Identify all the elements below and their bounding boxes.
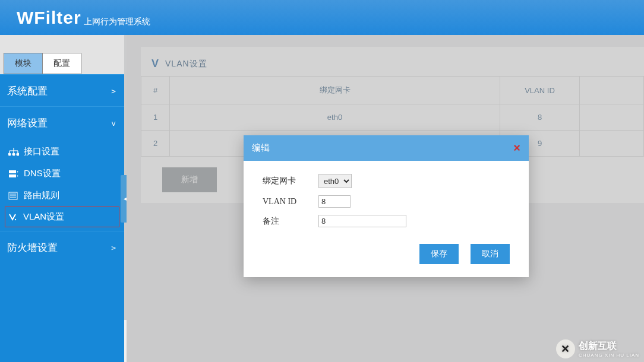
svg-point-16 xyxy=(15,218,16,220)
label-vlan-id: VLAN ID xyxy=(263,197,318,207)
sidebar-tabs: 模块 配置 xyxy=(0,35,124,74)
close-icon[interactable]: × xyxy=(513,141,520,155)
remark-input[interactable] xyxy=(318,215,406,227)
modal-title: 编辑 xyxy=(252,142,270,154)
nav-item-label: VLAN设置 xyxy=(23,211,64,223)
interface-icon xyxy=(8,148,19,156)
nav-item-interface[interactable]: 接口设置 xyxy=(0,141,124,163)
nav-items-network: 接口设置 DNS设置 路由规则 xyxy=(0,138,124,231)
chevron-right-icon: > xyxy=(111,87,116,96)
nav-item-route[interactable]: 路由规则 xyxy=(0,185,124,207)
brand-mark-icon: ✕ xyxy=(556,339,575,358)
app-header: WFilter 上网行为管理系统 xyxy=(0,0,644,35)
dns-icon xyxy=(8,170,19,178)
logo-subtitle: 上网行为管理系统 xyxy=(84,17,150,27)
save-button[interactable]: 保存 xyxy=(419,244,459,264)
label-bind-nic: 绑定网卡 xyxy=(263,176,318,186)
nav-section-label: 网络设置 xyxy=(7,116,48,130)
logo-text: WFilter xyxy=(17,8,81,28)
cancel-button[interactable]: 取消 xyxy=(471,244,510,264)
label-remark: 备注 xyxy=(263,216,318,227)
svg-point-5 xyxy=(8,153,11,155)
edit-modal: 编辑 × 绑定网卡 eth0 VLAN ID 备注 保存 取消 xyxy=(244,135,529,277)
bind-nic-select[interactable]: eth0 xyxy=(318,174,352,188)
nav-section-label: 防火墙设置 xyxy=(7,241,58,255)
svg-point-10 xyxy=(17,171,18,172)
svg-point-11 xyxy=(17,175,18,176)
sidebar: 模块 配置 系统配置 > 网络设置 v 接口设置 xyxy=(0,35,127,362)
nav-section-firewall[interactable]: 防火墙设置 > xyxy=(0,231,124,263)
brand-sub: CHUANG XIN HU LIAN xyxy=(579,353,639,358)
nav-item-label: DNS设置 xyxy=(24,168,61,179)
nav-section-label: 系统配置 xyxy=(7,84,48,98)
vlan-icon xyxy=(8,213,18,221)
vlan-id-input[interactable] xyxy=(318,195,351,208)
svg-point-6 xyxy=(12,153,15,155)
route-icon xyxy=(8,192,19,200)
nav-section-network[interactable]: 网络设置 v xyxy=(0,106,124,138)
footer-brand: ✕ 创新互联 CHUANG XIN HU LIAN xyxy=(556,339,639,358)
svg-rect-9 xyxy=(9,174,16,177)
modal-header: 编辑 × xyxy=(244,135,529,161)
nav-item-dns[interactable]: DNS设置 xyxy=(0,163,124,185)
tab-modules[interactable]: 模块 xyxy=(4,53,43,74)
nav-item-vlan[interactable]: VLAN设置 xyxy=(5,207,119,227)
chevron-down-icon: v xyxy=(111,119,116,128)
nav-item-label: 路由规则 xyxy=(24,190,59,201)
svg-point-7 xyxy=(17,153,19,155)
nav-item-label: 接口设置 xyxy=(24,146,59,157)
nav-section-system[interactable]: 系统配置 > xyxy=(0,74,124,106)
chevron-right-icon: > xyxy=(111,243,116,252)
brand-name: 创新互联 xyxy=(579,341,617,351)
tab-config[interactable]: 配置 xyxy=(42,53,81,74)
svg-rect-8 xyxy=(9,170,16,173)
